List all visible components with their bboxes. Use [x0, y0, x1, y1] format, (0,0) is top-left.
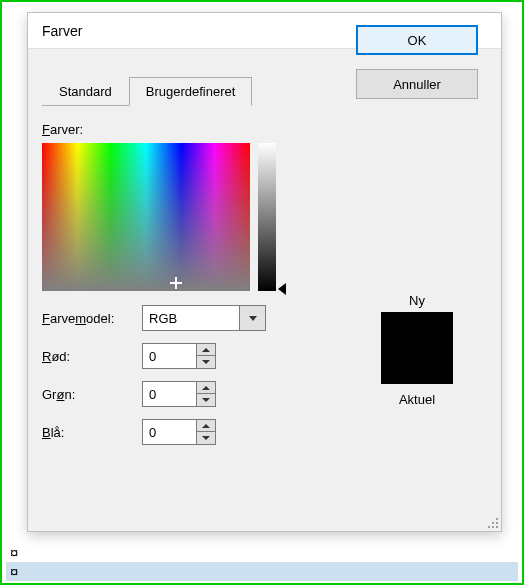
red-down-button[interactable] [196, 356, 216, 369]
green-label: Grøn: [42, 387, 142, 402]
triangle-down-icon [202, 436, 210, 440]
model-combo[interactable] [142, 305, 266, 331]
red-spinner [142, 343, 216, 369]
green-up-button[interactable] [196, 381, 216, 394]
green-input[interactable] [142, 381, 196, 407]
triangle-up-icon [202, 386, 210, 390]
new-label: Ny [409, 293, 425, 308]
status-row-2: ¤ [6, 562, 518, 581]
tab-standard[interactable]: Standard [42, 77, 129, 106]
lightness-arrow-icon[interactable] [278, 283, 286, 295]
colors-label: Farver: [42, 122, 347, 137]
triangle-up-icon [202, 348, 210, 352]
chevron-down-icon [249, 316, 257, 321]
resize-grip[interactable] [483, 513, 499, 529]
triangle-down-icon [202, 360, 210, 364]
color-dialog: Farver ? ✕ Standard Brugerdefineret Farv… [27, 12, 502, 532]
red-up-button[interactable] [196, 343, 216, 356]
color-preview-swatch [381, 312, 453, 384]
model-label: Farvemodel: [42, 311, 142, 326]
preview-area: Ny Aktuel [381, 293, 453, 411]
blue-label: Blå: [42, 425, 142, 440]
blue-spinner [142, 419, 216, 445]
blue-up-button[interactable] [196, 419, 216, 432]
red-label: Rød: [42, 349, 142, 364]
blue-input[interactable] [142, 419, 196, 445]
triangle-down-icon [202, 398, 210, 402]
model-dropdown-button[interactable] [240, 305, 266, 331]
ok-button[interactable]: OK [356, 25, 478, 55]
lightness-slider[interactable] [258, 143, 276, 291]
model-input[interactable] [142, 305, 240, 331]
dialog-body: Standard Brugerdefineret Farver: [28, 49, 501, 531]
crosshair-icon [170, 277, 182, 289]
tab-custom[interactable]: Brugerdefineret [129, 77, 253, 106]
triangle-up-icon [202, 424, 210, 428]
red-input[interactable] [142, 343, 196, 369]
tab-strip: Standard Brugerdefineret [42, 77, 347, 106]
green-down-button[interactable] [196, 394, 216, 407]
green-spinner [142, 381, 216, 407]
status-area: ¤ ¤ [6, 543, 518, 581]
cancel-button[interactable]: Annuller [356, 69, 478, 99]
color-field[interactable] [42, 143, 250, 291]
current-label: Aktuel [399, 392, 435, 407]
blue-down-button[interactable] [196, 432, 216, 445]
status-row-1: ¤ [6, 543, 518, 562]
